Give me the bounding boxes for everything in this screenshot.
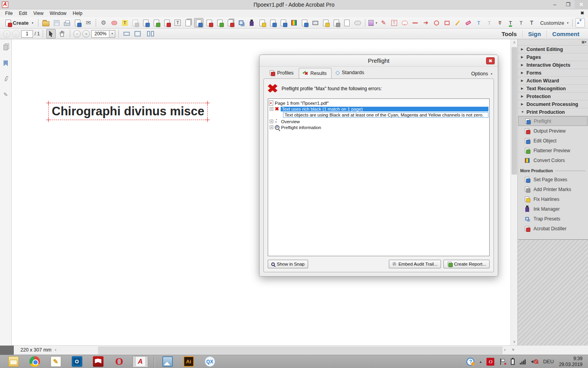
ink-manager-button[interactable] [247, 18, 256, 27]
volume-muted-icon[interactable] [531, 359, 538, 365]
expand-toolbar-button[interactable] [575, 18, 585, 27]
panel-item-add-printer-marks[interactable]: Add Printer Marks [518, 184, 588, 194]
minimize-button[interactable]: – [548, 0, 561, 9]
tree-error-detail-row[interactable]: Text objects are using Black and at leas… [269, 112, 488, 118]
insert-text-button[interactable]: T [474, 18, 483, 27]
taskbar-quarkxpress[interactable]: QX [202, 356, 218, 368]
output-device-button[interactable] [310, 18, 320, 27]
tab-tools[interactable]: Tools [496, 31, 522, 37]
flattener-preview-button[interactable] [215, 18, 225, 27]
text-box-button[interactable]: T [389, 18, 399, 27]
page-thumbnails-button[interactable] [2, 44, 9, 51]
menu-window[interactable]: Window [47, 10, 69, 17]
red-app-tray-icon[interactable]: O [486, 358, 494, 366]
organize-pages-button[interactable] [183, 18, 193, 27]
scroll-right-button[interactable]: › [504, 347, 506, 352]
highlight-text-button[interactable]: T [120, 18, 129, 27]
scroll-left-button[interactable]: ‹ [55, 347, 56, 352]
pencil-tool-button[interactable] [453, 18, 462, 27]
expand-plus-icon[interactable]: + [270, 107, 273, 111]
menu-edit[interactable]: Edit [16, 10, 30, 17]
menu-file[interactable]: File [2, 10, 15, 17]
taskbar-chrome[interactable] [27, 356, 42, 368]
comment-button[interactable] [109, 18, 119, 27]
panel-item-set-page-boxes[interactable]: Set Page Boxes [518, 175, 588, 184]
panel-options-icon[interactable]: ▣▾ [581, 40, 586, 44]
zoom-level-control[interactable]: 200% ▾ [91, 30, 115, 38]
underline-button[interactable]: T [506, 18, 515, 27]
panel-item-flattener-preview[interactable]: Flattener Preview [518, 146, 588, 155]
panel-item-edit-object[interactable]: Edit Object [518, 136, 588, 146]
zoom-out-button[interactable]: − [73, 30, 81, 38]
sign-document-button[interactable] [73, 18, 82, 27]
battery-icon[interactable] [511, 359, 515, 365]
save-file-button[interactable] [52, 18, 61, 27]
strikethrough-button[interactable]: T [495, 18, 505, 27]
taskbar-explorer[interactable] [5, 356, 21, 368]
section-content-editing[interactable]: ▶Content Editing [518, 46, 588, 53]
section-protection[interactable]: ▶Protection [518, 93, 588, 100]
previous-page-button[interactable]: ↑ [3, 30, 11, 38]
panel-item-ink-manager[interactable]: Ink Manager [518, 204, 588, 214]
copy-pages-button[interactable] [226, 18, 235, 27]
next-page-button[interactable]: ↓ [12, 30, 20, 38]
fix-hairlines-button[interactable] [258, 18, 267, 27]
dialog-title-bar[interactable]: Preflight ✖ [260, 55, 498, 67]
panel-item-preflight[interactable]: Preflight [518, 116, 588, 126]
scroll-down-button[interactable]: ˅ [511, 339, 518, 345]
signatures-button[interactable]: ✎ [2, 91, 9, 98]
eraser-tool-button[interactable] [463, 18, 473, 27]
menu-view[interactable]: View [31, 10, 46, 17]
section-document-processing[interactable]: ▶Document Processing [518, 100, 588, 108]
select-tool-button[interactable] [46, 29, 56, 38]
expand-plus-icon[interactable]: + [270, 126, 273, 129]
clock[interactable]: 9:39 29.03.2019 [559, 356, 583, 368]
add-printer-marks-button[interactable] [268, 18, 278, 27]
red-marker-button[interactable]: ✎ [379, 18, 388, 27]
delete-pages-button[interactable] [131, 18, 140, 27]
attachments-button[interactable] [2, 75, 9, 82]
tree-overview-row[interactable]: + Overview [269, 118, 488, 124]
scroll-up-button[interactable]: ˄ [511, 39, 518, 46]
show-in-snap-button[interactable]: Show in Snap [268, 260, 308, 268]
hand-tool-button[interactable] [57, 29, 67, 38]
tree-root-row[interactable]: Page 1 from "Проект1.pdf" [269, 100, 488, 106]
expand-plus-icon[interactable]: + [270, 120, 273, 123]
taskbar-illustrator[interactable]: Ai [181, 356, 196, 368]
oval-tool-button[interactable] [432, 18, 441, 27]
new-page-button[interactable] [342, 18, 352, 27]
results-tree[interactable]: Page 1 from "Проект1.pdf" + ✖ Text uses … [268, 98, 490, 256]
taskbar-opera[interactable]: O [111, 356, 127, 368]
dialog-close-button[interactable]: ✖ [486, 57, 495, 64]
options-dropdown[interactable]: Options ▾ [471, 71, 492, 78]
close-document-icon[interactable]: ✖ [581, 11, 584, 16]
panel-item-convert-colors[interactable]: Convert Colors [518, 155, 588, 165]
ink-coverage-button[interactable] [332, 18, 341, 27]
tree-error-row[interactable]: + ✖ Text uses rich black (1 match on 1 p… [269, 106, 488, 112]
embed-audit-trail-button[interactable]: ✇ Embed Audit Trail... [389, 260, 441, 268]
taskbar-outlook[interactable] [69, 356, 85, 368]
close-button[interactable]: ✕ [575, 0, 588, 9]
callout-button[interactable] [400, 18, 409, 27]
replace-text-button[interactable]: T [485, 18, 494, 27]
section-forms[interactable]: ▶Forms [518, 69, 588, 77]
scrolling-mode-button[interactable] [122, 29, 131, 38]
section-print-production[interactable]: ▼Print Production [518, 108, 588, 116]
convert-colors-button[interactable] [289, 18, 299, 27]
taskbar-acrobat[interactable]: A [132, 356, 148, 368]
panel-item-trap-presets[interactable]: Trap Presets [518, 214, 588, 224]
tree-info-row[interactable]: + P Preflight information [269, 124, 488, 130]
panel-item-output-preview[interactable]: Output Preview [518, 126, 588, 136]
color-swatch-button[interactable]: ▾ [368, 18, 377, 27]
help-tray-icon[interactable]: ? [466, 358, 474, 366]
scroll-down-button[interactable]: ˅ [512, 347, 514, 352]
panel-item-acrobat-distiller[interactable]: Acrobat Distiller [518, 224, 588, 233]
taskbar-notepad[interactable] [48, 356, 64, 368]
section-action-wizard[interactable]: ▶Action Wizard [518, 77, 588, 85]
arrow-tool-button[interactable]: ➔ [421, 18, 430, 27]
zoom-level-value[interactable]: 200% [91, 30, 109, 38]
edit-object-button[interactable] [300, 18, 309, 27]
preferences-button[interactable]: ⚙ [99, 18, 108, 27]
network-signal-icon[interactable] [520, 359, 526, 364]
horizontal-scroll-thumb[interactable] [98, 346, 503, 354]
